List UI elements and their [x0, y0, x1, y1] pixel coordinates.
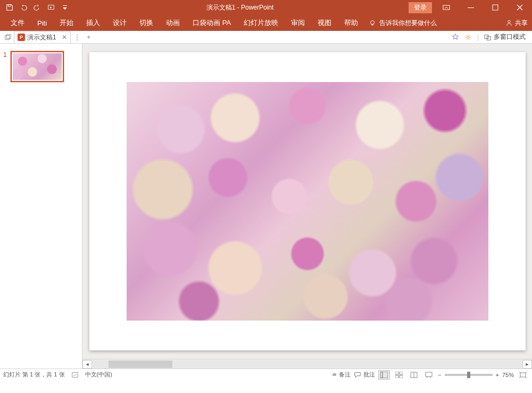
addon-star-icon[interactable] [452, 34, 459, 41]
svg-rect-16 [380, 372, 383, 378]
scroll-left-button[interactable]: ◄ [82, 360, 92, 369]
tab-animations[interactable]: 动画 [160, 15, 186, 31]
tell-me-search[interactable]: 告诉我你想要做什么 [369, 19, 437, 28]
share-label: 共享 [515, 19, 528, 28]
slide-sorter-view-button[interactable] [393, 370, 405, 380]
slide-number: 1 [3, 51, 11, 82]
qat-customize-button[interactable] [59, 1, 71, 14]
zoom-out-button[interactable]: − [438, 372, 441, 378]
horizontal-scrollbar[interactable]: ◄ ► [82, 359, 532, 369]
start-from-beginning-button[interactable] [45, 1, 57, 14]
slideshow-view-button[interactable] [423, 370, 435, 380]
svg-rect-26 [520, 373, 526, 377]
slide-canvas-area: ◄ ► [82, 44, 532, 369]
svg-rect-13 [487, 36, 491, 40]
spellcheck-icon [71, 371, 79, 379]
tell-me-label: 告诉我你想要做什么 [379, 19, 437, 28]
scroll-handle[interactable] [109, 361, 172, 368]
work-area: 1 ◄ ► [0, 44, 532, 369]
svg-point-11 [467, 36, 469, 38]
svg-rect-12 [485, 35, 488, 38]
zoom-slider-knob[interactable] [467, 372, 470, 378]
zoom-level[interactable]: 75% [502, 372, 514, 378]
ribbon-display-button[interactable] [434, 0, 459, 15]
comment-icon [354, 371, 361, 379]
redo-button[interactable] [31, 1, 44, 14]
comments-label: 批注 [363, 371, 375, 379]
ribbon-tabs: 文件 Piti 开始 插入 设计 切换 动画 口袋动画 PA 幻灯片放映 审阅 … [0, 15, 532, 31]
svg-rect-17 [395, 372, 398, 374]
share-icon [505, 19, 513, 27]
svg-rect-9 [5, 35, 10, 39]
thumbnail-frame [11, 51, 64, 82]
svg-rect-2 [63, 5, 67, 6]
login-button[interactable]: 登录 [409, 2, 432, 13]
notes-button[interactable]: ≐ 备注 [332, 371, 351, 379]
zoom-slider[interactable] [445, 374, 493, 376]
slide-thumbnail[interactable]: 1 [0, 51, 82, 82]
reading-view-button[interactable] [408, 370, 420, 380]
svg-rect-15 [380, 372, 388, 378]
notes-label: 备注 [339, 371, 351, 379]
thumbnail-image [13, 53, 62, 80]
svg-rect-18 [400, 372, 403, 374]
tabs-icon [4, 34, 12, 41]
tab-home[interactable]: 开始 [53, 15, 80, 31]
maximize-button[interactable] [483, 0, 508, 15]
tab-pocket-animation[interactable]: 口袋动画 PA [186, 15, 237, 31]
spellcheck-status[interactable] [71, 371, 79, 379]
tab-transitions[interactable]: 切换 [133, 15, 160, 31]
svg-rect-4 [468, 7, 474, 8]
scroll-right-button[interactable]: ► [522, 360, 532, 369]
tab-file[interactable]: 文件 [4, 15, 31, 31]
undo-button[interactable] [17, 1, 30, 14]
normal-view-button[interactable] [378, 370, 390, 380]
quick-access-toolbar [0, 1, 71, 14]
slide-thumbnail-panel: 1 [0, 44, 82, 369]
share-button[interactable]: 共享 [505, 19, 528, 28]
multi-window-icon [484, 34, 492, 41]
language-status[interactable]: 中文(中国) [85, 371, 112, 379]
save-button[interactable] [3, 1, 16, 14]
slide-count-status[interactable]: 幻灯片 第 1 张，共 1 张 [3, 371, 65, 379]
status-bar: 幻灯片 第 1 张，共 1 张 中文(中国) ≐ 备注 批注 − + 75% [0, 369, 532, 380]
tab-view[interactable]: 视图 [311, 15, 338, 31]
svg-rect-23 [426, 372, 432, 376]
comments-button[interactable]: 批注 [354, 371, 375, 379]
tab-review[interactable]: 审阅 [285, 15, 311, 31]
svg-point-8 [508, 20, 510, 22]
document-tab-bar: P 演示文稿1 ✕ ⋮ + | 多窗口模式 [0, 31, 532, 44]
document-tab[interactable]: P 演示文稿1 ✕ [14, 31, 71, 43]
lightbulb-icon [369, 19, 376, 27]
scroll-track[interactable] [93, 360, 522, 369]
svg-rect-19 [395, 375, 398, 378]
powerpoint-icon: P [18, 34, 25, 41]
slide-picture[interactable] [127, 82, 488, 321]
svg-rect-10 [6, 34, 11, 38]
svg-rect-5 [493, 5, 498, 10]
new-tab-button[interactable]: + [84, 34, 94, 41]
settings-gear-icon[interactable] [464, 34, 472, 41]
zoom-in-button[interactable]: + [496, 372, 499, 378]
fit-to-window-button[interactable] [517, 370, 529, 380]
tab-design[interactable]: 设计 [106, 15, 133, 31]
svg-rect-20 [400, 375, 403, 378]
tab-slideshow[interactable]: 幻灯片放映 [237, 15, 285, 31]
close-button[interactable] [508, 0, 532, 15]
svg-rect-7 [371, 24, 373, 26]
tab-help[interactable]: 帮助 [338, 15, 364, 31]
close-tab-icon[interactable]: ✕ [62, 34, 67, 41]
window-buttons: 登录 [409, 0, 532, 15]
svg-rect-3 [443, 5, 450, 10]
minimize-button[interactable] [459, 0, 483, 15]
slide[interactable] [89, 52, 526, 350]
tab-piti[interactable]: Piti [31, 15, 53, 31]
title-bar: 演示文稿1 - PowerPoint 登录 [0, 0, 532, 15]
svg-point-6 [371, 21, 375, 24]
multi-window-mode-button[interactable]: 多窗口模式 [484, 32, 526, 42]
window-title: 演示文稿1 - PowerPoint [71, 3, 409, 12]
document-tab-label: 演示文稿1 [27, 33, 56, 42]
svg-rect-14 [72, 372, 78, 377]
tab-insert[interactable]: 插入 [80, 15, 106, 31]
tab-separator: ⋮ [74, 34, 80, 41]
